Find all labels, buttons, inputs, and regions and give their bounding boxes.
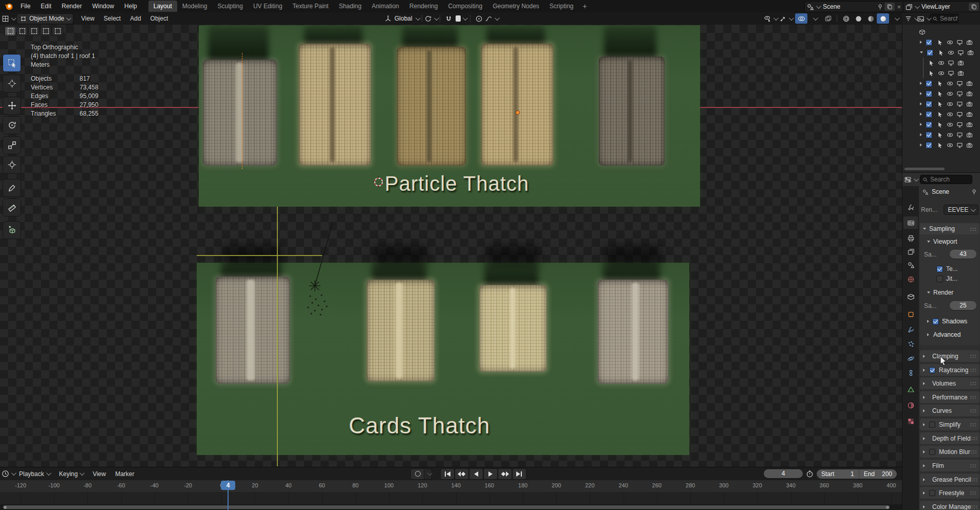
scene-selector[interactable]: Scene × [804, 1, 905, 12]
mode-selector[interactable]: Object Mode [16, 13, 73, 24]
shading-solid-button[interactable] [852, 13, 864, 24]
timeline-track[interactable] [0, 492, 902, 504]
section-volumes[interactable]: Volumes [920, 377, 979, 389]
workspace-tab-shading[interactable]: Shading [334, 1, 367, 12]
panel-grip-icon[interactable] [970, 381, 976, 385]
current-frame-field[interactable]: 4 [764, 469, 803, 478]
advanced-row[interactable]: Advanced [927, 331, 960, 338]
viewlayer-name[interactable]: ViewLayer [921, 3, 965, 10]
show-object-types-button[interactable] [764, 13, 777, 24]
outliner-row[interactable] [902, 88, 980, 99]
render-samples-field[interactable]: 25 [950, 301, 976, 310]
menu-render[interactable]: Render [56, 3, 87, 10]
collapsed-arrow-icon[interactable] [920, 92, 922, 95]
properties-tab-collection[interactable] [903, 290, 918, 303]
particle-emitter[interactable] [298, 219, 360, 317]
scene-collection-row[interactable] [902, 27, 980, 37]
timeline-ruler[interactable]: -120-100-80-60-40-2002040608010012014016… [0, 480, 902, 492]
workspace-tab-texture-paint[interactable]: Texture Paint [288, 1, 334, 12]
overlays-toggle[interactable] [795, 13, 807, 24]
properties-tab-modifiers[interactable] [903, 323, 918, 336]
panel-grip-icon[interactable] [970, 227, 976, 231]
outliner-row[interactable] [902, 37, 980, 47]
jittered-checkbox[interactable] [936, 276, 943, 282]
collapsed-arrow-icon[interactable] [920, 102, 922, 105]
section-raytracing[interactable]: Raytracing [920, 364, 979, 376]
panel-grip-icon[interactable] [970, 409, 976, 412]
shading-rendered-button[interactable] [877, 13, 889, 24]
collection-checkbox[interactable] [926, 80, 932, 87]
new-scene-button[interactable] [884, 3, 895, 11]
stopwatch-icon[interactable] [806, 470, 814, 478]
viewport-3d[interactable]: Particle ThatchCards Thatch [0, 25, 902, 467]
section-checkbox[interactable] [929, 367, 935, 373]
jump-to-end-button[interactable] [513, 469, 526, 479]
select-mode-invert[interactable] [41, 27, 51, 35]
properties-tab-output[interactable] [903, 232, 918, 244]
outliner-row[interactable] [902, 119, 980, 130]
auto-keying-toggle[interactable] [411, 469, 424, 479]
render-subpanel-header[interactable]: Render [924, 287, 956, 298]
panel-grip-icon[interactable] [971, 436, 977, 440]
properties-tab-texture[interactable] [903, 415, 918, 427]
collection-checkbox[interactable] [926, 90, 932, 97]
collapsed-arrow-icon[interactable] [920, 41, 922, 44]
properties-editor-type-button[interactable] [904, 174, 917, 185]
section-checkbox[interactable] [929, 422, 935, 428]
timeline-scrollbar[interactable] [0, 504, 902, 510]
workspace-tab-compositing[interactable]: Compositing [443, 1, 487, 12]
properties-tab-material[interactable] [903, 399, 918, 411]
properties-tab-constraints[interactable] [903, 367, 918, 379]
viewport-menu-object[interactable]: Object [146, 15, 173, 22]
unlink-scene-button[interactable]: × [895, 3, 903, 11]
section-freestyle[interactable]: Freestyle [920, 487, 979, 499]
outliner-row[interactable] [902, 99, 980, 109]
collapsed-arrow-icon[interactable] [920, 113, 922, 116]
collapsed-arrow-icon[interactable] [920, 143, 922, 147]
shadows-checkbox[interactable] [932, 318, 939, 325]
viewport-samples-field[interactable]: 43 [950, 250, 976, 259]
pin-icon[interactable] [877, 4, 883, 10]
shading-material-button[interactable] [864, 13, 877, 24]
viewport-menu-view[interactable]: View [77, 15, 99, 22]
outliner-filter-button[interactable] [905, 13, 917, 24]
outliner-row[interactable] [902, 78, 980, 88]
section-checkbox[interactable] [929, 449, 935, 455]
shading-wireframe-button[interactable] [840, 13, 852, 24]
panel-grip-icon[interactable] [970, 395, 976, 399]
section-clamping[interactable]: Clamping [920, 350, 979, 362]
tool-transform[interactable] [3, 156, 21, 173]
panel-grip-icon[interactable] [971, 505, 977, 508]
section-performance[interactable]: Performance [920, 391, 979, 403]
play-button[interactable] [484, 469, 497, 479]
thatch-block[interactable] [479, 285, 546, 372]
collection-checkbox[interactable] [926, 39, 932, 46]
menu-edit[interactable]: Edit [35, 3, 56, 10]
timeline-scrollbar-thumb[interactable] [3, 505, 890, 509]
thatch-block[interactable] [299, 44, 371, 166]
properties-tab-render[interactable] [903, 216, 918, 229]
outliner-row[interactable] [902, 140, 980, 150]
tool-measure[interactable] [3, 199, 21, 216]
properties-tab-view-layer[interactable] [903, 245, 918, 258]
thatch-block[interactable] [481, 44, 553, 166]
menu-help[interactable]: Help [119, 3, 142, 10]
playhead-frame-badge[interactable]: 4 [221, 481, 235, 490]
thatch-block[interactable] [203, 60, 277, 166]
tool-select-box[interactable] [3, 54, 21, 71]
workspace-tab-uv-editing[interactable]: UV Editing [248, 1, 288, 12]
prev-keyframe-button[interactable] [455, 469, 468, 479]
collection-checkbox[interactable] [926, 101, 932, 107]
timeline-menu-keying[interactable]: Keying [54, 470, 88, 478]
collection-checkbox[interactable] [926, 111, 932, 118]
timeline-editor-type-button[interactable] [2, 469, 14, 479]
shading-dropdown[interactable] [889, 13, 901, 24]
viewport-menu-select[interactable]: Select [99, 15, 125, 22]
outliner-row[interactable] [902, 130, 980, 140]
panel-grip-icon[interactable] [970, 450, 977, 453]
outliner-row[interactable] [902, 58, 980, 68]
section-film[interactable]: Film [920, 460, 979, 471]
thatch-block[interactable] [367, 280, 435, 381]
workspace-tab-layout[interactable]: Layout [148, 1, 177, 12]
workspace-tab-modeling[interactable]: Modeling [177, 1, 213, 12]
